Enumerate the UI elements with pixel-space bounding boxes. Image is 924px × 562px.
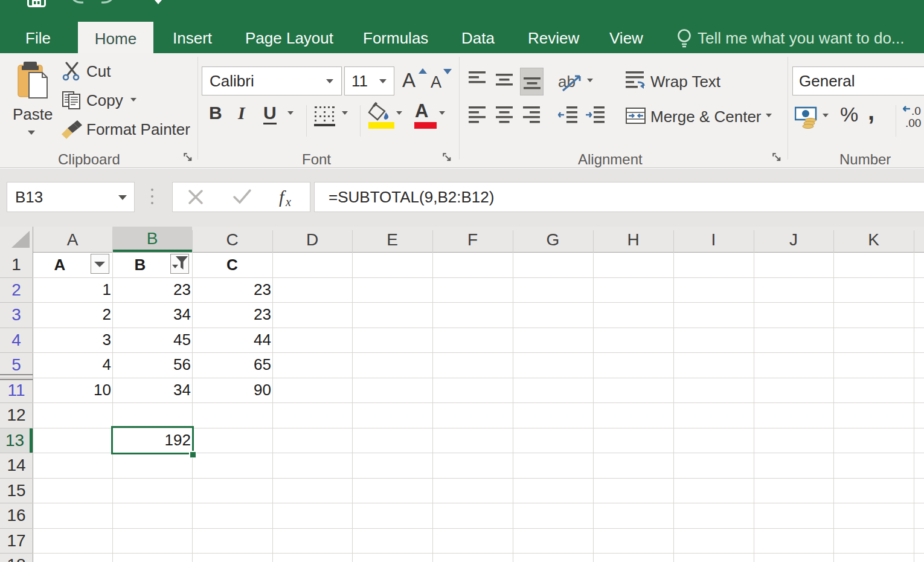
svg-text:.00: .00 — [905, 117, 921, 129]
svg-text:.0: .0 — [911, 105, 921, 117]
svg-text:x: x — [285, 195, 291, 208]
